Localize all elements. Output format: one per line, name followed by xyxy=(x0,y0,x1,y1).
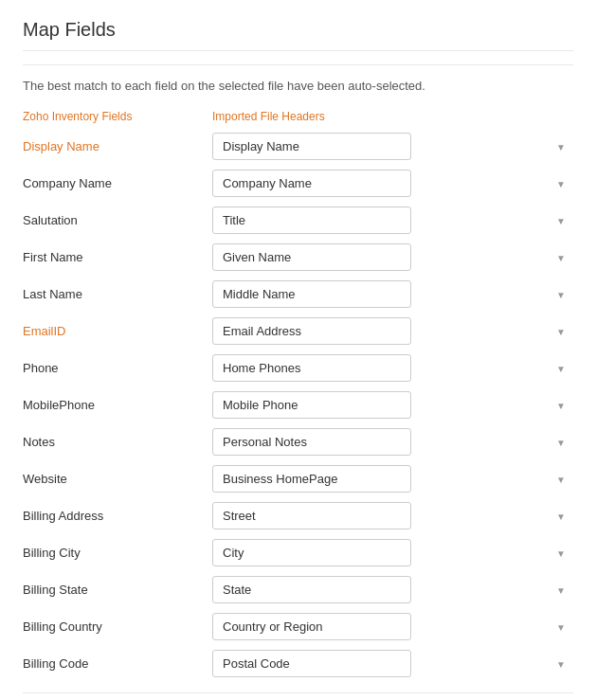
field-select-website[interactable]: Display NameCompany NameTitleGiven NameM… xyxy=(212,465,411,493)
field-select-phone[interactable]: Display NameCompany NameTitleGiven NameM… xyxy=(212,354,411,382)
field-select-mobilephone[interactable]: Display NameCompany NameTitleGiven NameM… xyxy=(212,391,411,419)
field-select-notes[interactable]: Display NameCompany NameTitleGiven NameM… xyxy=(212,428,411,456)
field-label-salutation: Salutation xyxy=(23,213,212,227)
field-label-emailid: EmailID xyxy=(23,324,212,338)
field-row: MobilePhoneDisplay NameCompany NameTitle… xyxy=(23,391,573,419)
field-select-company-name[interactable]: Display NameCompany NameTitleGiven NameM… xyxy=(212,170,411,197)
field-row: Billing StateDisplay NameCompany NameTit… xyxy=(23,576,573,603)
select-wrapper-4: Display NameCompany NameTitleGiven NameM… xyxy=(212,280,573,308)
field-label-mobilephone: MobilePhone xyxy=(23,398,212,412)
select-wrapper-3: Display NameCompany NameTitleGiven NameM… xyxy=(212,243,573,271)
select-wrapper-6: Display NameCompany NameTitleGiven NameM… xyxy=(212,354,573,382)
field-select-salutation[interactable]: Display NameCompany NameTitleGiven NameM… xyxy=(212,206,411,234)
chevron-down-icon: ▼ xyxy=(556,474,566,484)
field-label-first-name: First Name xyxy=(23,250,212,264)
field-label-website: Website xyxy=(23,472,212,486)
footer: ‹ Previous Import Cancel xyxy=(23,692,573,700)
field-label-billing-code: Billing Code xyxy=(23,656,212,671)
field-label-last-name: Last Name xyxy=(23,287,212,301)
field-select-first-name[interactable]: Display NameCompany NameTitleGiven NameM… xyxy=(212,243,411,271)
chevron-down-icon: ▼ xyxy=(556,658,566,669)
field-row: PhoneDisplay NameCompany NameTitleGiven … xyxy=(23,354,573,382)
chevron-down-icon: ▼ xyxy=(556,252,566,262)
field-row: NotesDisplay NameCompany NameTitleGiven … xyxy=(23,428,573,456)
chevron-down-icon: ▼ xyxy=(556,547,566,558)
field-select-billing-address[interactable]: Display NameCompany NameTitleGiven NameM… xyxy=(212,502,411,529)
select-wrapper-8: Display NameCompany NameTitleGiven NameM… xyxy=(212,428,573,456)
select-wrapper-14: Display NameCompany NameTitleGiven NameM… xyxy=(212,650,573,677)
field-label-billing-address: Billing Address xyxy=(23,509,212,523)
fields-container: Display NameDisplay NameCompany NameTitl… xyxy=(23,133,573,677)
select-wrapper-1: Display NameCompany NameTitleGiven NameM… xyxy=(212,170,573,197)
field-label-phone: Phone xyxy=(23,361,212,375)
subtitle: The best match to each field on the sele… xyxy=(23,79,573,93)
chevron-down-icon: ▼ xyxy=(556,400,566,410)
field-label-company-name: Company Name xyxy=(23,176,212,190)
chevron-down-icon: ▼ xyxy=(556,326,566,336)
field-row: Billing AddressDisplay NameCompany NameT… xyxy=(23,502,573,529)
field-select-display-name[interactable]: Display NameCompany NameTitleGiven NameM… xyxy=(212,133,411,160)
select-wrapper-10: Display NameCompany NameTitleGiven NameM… xyxy=(212,502,573,529)
field-row: SalutationDisplay NameCompany NameTitleG… xyxy=(23,206,573,234)
select-wrapper-13: Display NameCompany NameTitleGiven NameM… xyxy=(212,613,573,640)
field-label-billing-state: Billing State xyxy=(23,583,212,597)
select-wrapper-5: Display NameCompany NameTitleGiven NameM… xyxy=(212,317,573,345)
field-select-emailid[interactable]: Display NameCompany NameTitleGiven NameM… xyxy=(212,317,411,345)
field-row: WebsiteDisplay NameCompany NameTitleGive… xyxy=(23,465,573,493)
field-label-billing-city: Billing City xyxy=(23,546,212,560)
page-container: Map Fields The best match to each field … xyxy=(0,0,596,700)
chevron-down-icon: ▼ xyxy=(556,621,566,632)
field-row: Last NameDisplay NameCompany NameTitleGi… xyxy=(23,280,573,308)
chevron-down-icon: ▼ xyxy=(556,289,566,299)
divider xyxy=(23,64,573,65)
field-select-billing-state[interactable]: Display NameCompany NameTitleGiven NameM… xyxy=(212,576,411,603)
field-row: Billing CountryDisplay NameCompany NameT… xyxy=(23,613,573,640)
columns-header: Zoho Inventory Fields Imported File Head… xyxy=(23,110,573,123)
select-wrapper-0: Display NameCompany NameTitleGiven NameM… xyxy=(212,133,573,160)
chevron-down-icon: ▼ xyxy=(556,511,566,521)
field-row: Display NameDisplay NameCompany NameTitl… xyxy=(23,133,573,160)
field-label-notes: Notes xyxy=(23,435,212,449)
select-wrapper-9: Display NameCompany NameTitleGiven NameM… xyxy=(212,465,573,493)
chevron-down-icon: ▼ xyxy=(556,215,566,225)
chevron-down-icon: ▼ xyxy=(556,584,566,595)
zoho-fields-header: Zoho Inventory Fields xyxy=(23,110,212,123)
field-row: Billing CityDisplay NameCompany NameTitl… xyxy=(23,539,573,566)
chevron-down-icon: ▼ xyxy=(556,437,566,447)
field-row: EmailIDDisplay NameCompany NameTitleGive… xyxy=(23,317,573,345)
chevron-down-icon: ▼ xyxy=(556,178,566,188)
chevron-down-icon: ▼ xyxy=(556,363,566,373)
field-row: First NameDisplay NameCompany NameTitleG… xyxy=(23,243,573,271)
chevron-down-icon: ▼ xyxy=(556,141,566,152)
field-select-billing-country[interactable]: Display NameCompany NameTitleGiven NameM… xyxy=(212,613,411,640)
select-wrapper-11: Display NameCompany NameTitleGiven NameM… xyxy=(212,539,573,566)
page-title: Map Fields xyxy=(23,19,573,51)
field-select-billing-code[interactable]: Display NameCompany NameTitleGiven NameM… xyxy=(212,650,411,677)
field-label-display-name: Display Name xyxy=(23,139,212,153)
field-row: Billing CodeDisplay NameCompany NameTitl… xyxy=(23,650,573,677)
import-fields-header: Imported File Headers xyxy=(212,110,325,123)
field-row: Company NameDisplay NameCompany NameTitl… xyxy=(23,170,573,197)
field-select-last-name[interactable]: Display NameCompany NameTitleGiven NameM… xyxy=(212,280,411,308)
select-wrapper-12: Display NameCompany NameTitleGiven NameM… xyxy=(212,576,573,603)
field-select-billing-city[interactable]: Display NameCompany NameTitleGiven NameM… xyxy=(212,539,411,566)
field-label-billing-country: Billing Country xyxy=(23,619,212,634)
select-wrapper-2: Display NameCompany NameTitleGiven NameM… xyxy=(212,206,573,234)
select-wrapper-7: Display NameCompany NameTitleGiven NameM… xyxy=(212,391,573,419)
